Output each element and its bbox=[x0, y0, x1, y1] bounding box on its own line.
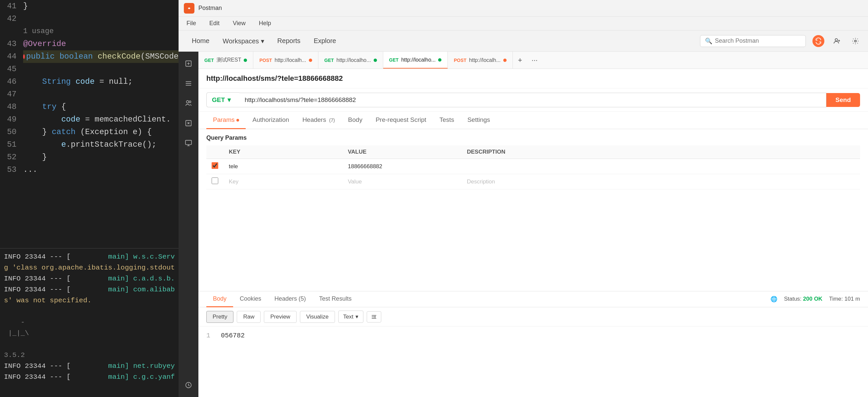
code-line-46: String code = null; bbox=[23, 76, 179, 88]
tab-dot-1 bbox=[309, 59, 312, 62]
status-badge: Status: 200 OK bbox=[784, 296, 823, 303]
param-checkbox-empty[interactable] bbox=[212, 177, 218, 184]
time-badge: Time: 101 m bbox=[829, 296, 860, 303]
svg-point-1 bbox=[835, 38, 838, 41]
resp-tab-cookies[interactable]: Cookies bbox=[233, 291, 268, 307]
postman-app: Postman File Edit View Help Home Workspa… bbox=[179, 0, 868, 397]
wrap-button[interactable] bbox=[367, 311, 381, 322]
mock-servers-icon[interactable] bbox=[182, 136, 195, 150]
send-button[interactable]: Send bbox=[826, 93, 860, 107]
request-tabs: Params Authorization Headers (7) Body Pr… bbox=[198, 112, 868, 129]
new-request-icon[interactable] bbox=[182, 57, 195, 70]
param-value-0[interactable]: 18866668882 bbox=[343, 159, 462, 174]
format-pretty-btn[interactable]: Pretty bbox=[206, 311, 234, 323]
resp-tab-body[interactable]: Body bbox=[206, 291, 233, 307]
nav-explore[interactable]: Explore bbox=[307, 34, 343, 47]
tab-dot-3 bbox=[438, 58, 441, 62]
console-line-5: s' was not specified. bbox=[4, 295, 175, 306]
response-line-num-1: 1 bbox=[206, 332, 210, 339]
code-line-48: try { bbox=[23, 101, 179, 113]
search-box[interactable]: 🔍 bbox=[700, 35, 806, 47]
tab-params[interactable]: Params bbox=[206, 112, 246, 129]
team-icon[interactable] bbox=[182, 97, 195, 110]
tab-tests[interactable]: Tests bbox=[433, 112, 461, 129]
line-num-53: 53 bbox=[3, 164, 17, 176]
tab-authorization[interactable]: Authorization bbox=[246, 112, 296, 129]
code-line-44: public boolean checkCode(SMSCode bbox=[23, 50, 179, 63]
param-checkbox-0[interactable] bbox=[212, 162, 218, 169]
code-area: 41 42 43 44 45 46 47 48 49 50 51 52 53 }… bbox=[0, 0, 179, 248]
tab-0[interactable]: GET 测试REST bbox=[198, 52, 253, 68]
code-line-43: @Override bbox=[23, 38, 179, 50]
tab-method-2: GET bbox=[324, 58, 334, 63]
tab-method-0: GET bbox=[204, 58, 214, 63]
postman-logo bbox=[184, 3, 194, 13]
format-raw-btn[interactable]: Raw bbox=[237, 311, 260, 323]
code-line-45 bbox=[23, 63, 179, 76]
col-value: VALUE bbox=[343, 145, 462, 159]
param-desc-placeholder[interactable]: Description bbox=[467, 178, 495, 185]
line-num-46: 46 bbox=[3, 76, 17, 88]
search-input[interactable] bbox=[715, 37, 801, 45]
menu-help[interactable]: Help bbox=[256, 19, 274, 28]
param-value-placeholder[interactable]: Value bbox=[348, 178, 362, 185]
tab-3[interactable]: GET http://localho... bbox=[383, 52, 448, 68]
console-area: INFO 23344 --- [ main] w.s.c.ServletWebS… bbox=[0, 248, 179, 397]
add-tab-button[interactable]: + bbox=[513, 52, 527, 68]
more-tabs-button[interactable]: ··· bbox=[527, 52, 542, 68]
svg-point-6 bbox=[186, 101, 189, 103]
collections-icon[interactable] bbox=[182, 77, 195, 90]
params-dot bbox=[237, 119, 239, 121]
console-line-10: 3.5.2 bbox=[4, 350, 175, 361]
environments-icon[interactable] bbox=[182, 117, 195, 130]
param-key-0[interactable]: tele bbox=[223, 159, 343, 174]
code-line-52: } bbox=[23, 151, 179, 164]
param-key-placeholder[interactable]: Key bbox=[229, 178, 239, 185]
console-line-1: INFO 23344 --- [ main] w.s.c.ServletWebS… bbox=[4, 251, 175, 262]
console-line-7: - bbox=[4, 317, 175, 328]
params-table: KEY VALUE DESCRIPTION tele 18866668882 bbox=[206, 145, 860, 190]
tab-2[interactable]: GET http://localho... bbox=[318, 52, 383, 68]
tab-body[interactable]: Body bbox=[342, 112, 369, 129]
left-icon-sidebar bbox=[179, 52, 198, 397]
format-visualize-btn[interactable]: Visualize bbox=[300, 311, 335, 323]
resp-tab-headers[interactable]: Headers (5) bbox=[268, 291, 312, 307]
history-icon[interactable] bbox=[182, 378, 195, 392]
method-label: GET bbox=[212, 96, 225, 104]
tab-1[interactable]: POST http://localh... bbox=[253, 52, 318, 68]
table-row-empty: Key Value Description bbox=[206, 174, 860, 190]
code-line-41: } bbox=[23, 0, 179, 12]
code-line-47 bbox=[23, 88, 179, 101]
format-type-selector[interactable]: Text ▾ bbox=[338, 311, 363, 323]
sync-icon-btn[interactable] bbox=[812, 35, 824, 47]
nav-home[interactable]: Home bbox=[185, 34, 216, 47]
response-status-area: 🌐 Status: 200 OK Time: 101 m bbox=[771, 296, 860, 303]
settings-icon-btn[interactable] bbox=[849, 35, 861, 47]
menu-edit[interactable]: Edit bbox=[207, 19, 222, 28]
code-line-51: e.printStackTrace(); bbox=[23, 138, 179, 151]
query-params-label: Query Params bbox=[206, 135, 860, 141]
tab-url-3: http://localho... bbox=[401, 57, 435, 63]
url-input[interactable] bbox=[239, 93, 826, 107]
nav-reports[interactable]: Reports bbox=[271, 34, 307, 47]
console-line-4: INFO 23344 --- [ main] com.alibaba.druid… bbox=[4, 284, 175, 295]
line-num-41: 41 bbox=[3, 0, 17, 12]
resp-tab-test-results[interactable]: Test Results bbox=[312, 291, 358, 307]
response-body-content: 056782 bbox=[221, 332, 245, 339]
nav-workspaces[interactable]: Workspaces ▾ bbox=[216, 34, 271, 48]
menu-view[interactable]: View bbox=[230, 19, 248, 28]
method-url-row: GET ▾ Send bbox=[198, 88, 868, 112]
response-body-controls: Pretty Raw Preview Visualize Text ▾ bbox=[198, 307, 868, 327]
format-preview-btn[interactable]: Preview bbox=[264, 311, 296, 323]
tab-prerequest[interactable]: Pre-request Script bbox=[369, 112, 433, 129]
menu-bar: File Edit View Help bbox=[179, 17, 868, 30]
add-user-icon-btn[interactable] bbox=[831, 35, 843, 47]
tab-dot-0 bbox=[244, 59, 247, 62]
tab-4[interactable]: POST http://localh... bbox=[448, 52, 513, 68]
console-line-11: INFO 23344 --- [ main] net.rubyeye.xmemc… bbox=[4, 361, 175, 371]
tab-settings[interactable]: Settings bbox=[461, 112, 497, 129]
method-selector[interactable]: GET ▾ bbox=[206, 92, 239, 107]
tab-headers[interactable]: Headers (7) bbox=[296, 112, 341, 129]
menu-file[interactable]: File bbox=[184, 19, 199, 28]
postman-main: GET 测试REST POST http://localh... GET htt… bbox=[198, 52, 868, 397]
